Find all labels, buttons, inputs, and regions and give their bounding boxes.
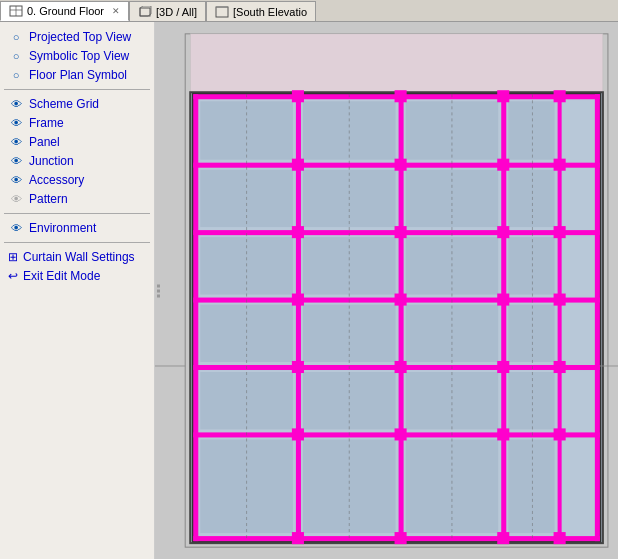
environment-label: Environment [29,221,96,235]
viewport[interactable] [155,22,618,559]
floor-plan-symbol-label: Floor Plan Symbol [29,68,127,82]
scheme-grid-label: Scheme Grid [29,97,99,111]
curtain-wall-drawing [155,22,618,559]
svg-rect-58 [497,159,509,171]
svg-rect-64 [292,294,304,306]
radio-icon-symbolic: ○ [8,50,24,62]
svg-rect-77 [395,532,407,544]
svg-rect-47 [508,439,554,533]
tab-close-button[interactable]: ✕ [112,6,120,16]
svg-rect-75 [554,428,566,440]
frame-label: Frame [29,116,64,130]
scheme-grid-layer[interactable]: 👁 Scheme Grid [4,95,150,113]
svg-rect-8 [190,34,603,94]
svg-rect-67 [554,294,566,306]
tab-3d-all-label: [3D / All] [156,6,197,18]
pattern-layer[interactable]: 👁 Pattern [4,190,150,208]
svg-rect-15 [595,94,600,541]
eye-icon-frame: 👁 [8,117,24,129]
tab-ground-floor[interactable]: 0. Ground Floor ✕ [0,1,129,21]
svg-rect-65 [395,294,407,306]
exit-icon: ↩ [8,269,18,283]
svg-rect-71 [554,361,566,373]
tab-3d-all[interactable]: [3D / All] [129,1,206,21]
divider-2 [4,213,150,214]
junction-layer[interactable]: 👁 Junction [4,152,150,170]
svg-rect-54 [497,90,509,102]
grid-icon-settings: ⊞ [8,250,18,264]
eye-icon-pattern: 👁 [8,193,24,205]
divider-1 [4,89,150,90]
svg-rect-57 [395,159,407,171]
svg-rect-43 [508,372,554,429]
radio-icon-projected: ○ [8,31,24,43]
floor-plan-symbol-item[interactable]: ○ Floor Plan Symbol [4,66,150,84]
svg-rect-72 [292,428,304,440]
svg-rect-62 [497,226,509,238]
svg-rect-74 [497,428,509,440]
projected-top-view-item[interactable]: ○ Projected Top View [4,28,150,46]
symbolic-top-view-label: Symbolic Top View [29,49,129,63]
accessory-layer[interactable]: 👁 Accessory [4,171,150,189]
main-content: ○ Projected Top View ○ Symbolic Top View… [0,22,618,559]
exit-edit-mode-label: Exit Edit Mode [23,269,100,283]
accessory-label: Accessory [29,173,84,187]
app-container: 0. Ground Floor ✕ [3D / All] [South Elev… [0,0,618,559]
svg-rect-53 [395,90,407,102]
svg-rect-66 [497,294,509,306]
panel-label: Panel [29,135,60,149]
eye-icon-environment: 👁 [8,222,24,234]
divider-3 [4,242,150,243]
junction-label: Junction [29,154,74,168]
svg-rect-61 [395,226,407,238]
tab-south-elevation-label: [South Elevatio [233,6,307,18]
svg-rect-55 [554,90,566,102]
svg-rect-31 [508,170,554,227]
svg-rect-60 [292,226,304,238]
panel-layer[interactable]: 👁 Panel [4,133,150,151]
curtain-wall-settings-label: Curtain Wall Settings [23,250,135,264]
projected-top-view-label: Projected Top View [29,30,131,44]
tab-south-elevation[interactable]: [South Elevatio [206,1,316,21]
tab-bar: 0. Ground Floor ✕ [3D / All] [South Elev… [0,0,618,22]
curtain-wall-settings-item[interactable]: ⊞ Curtain Wall Settings [4,248,150,266]
svg-rect-11 [193,94,198,541]
radio-icon-floor-plan: ○ [8,69,24,81]
eye-icon-panel: 👁 [8,136,24,148]
svg-rect-5 [216,7,228,17]
eye-icon-scheme-grid: 👁 [8,98,24,110]
elevation-icon [215,6,229,18]
exit-edit-mode-item[interactable]: ↩ Exit Edit Mode [4,267,150,285]
floor-plan-icon [9,5,23,17]
svg-rect-56 [292,159,304,171]
svg-rect-63 [554,226,566,238]
svg-rect-3 [140,8,150,16]
3d-view-icon [138,6,152,18]
eye-icon-accessory: 👁 [8,174,24,186]
svg-rect-76 [292,532,304,544]
svg-rect-69 [395,361,407,373]
environment-layer[interactable]: 👁 Environment [4,219,150,237]
tab-ground-floor-label: 0. Ground Floor [27,5,104,17]
svg-rect-39 [508,305,554,362]
svg-rect-70 [497,361,509,373]
svg-rect-59 [554,159,566,171]
frame-layer[interactable]: 👁 Frame [4,114,150,132]
svg-rect-27 [508,101,554,159]
svg-rect-73 [395,428,407,440]
svg-rect-52 [292,90,304,102]
pattern-label: Pattern [29,192,68,206]
svg-rect-78 [497,532,509,544]
eye-icon-junction: 👁 [8,155,24,167]
left-panel: ○ Projected Top View ○ Symbolic Top View… [0,22,155,559]
svg-rect-68 [292,361,304,373]
svg-rect-35 [508,237,554,294]
svg-rect-79 [554,532,566,544]
symbolic-top-view-item[interactable]: ○ Symbolic Top View [4,47,150,65]
